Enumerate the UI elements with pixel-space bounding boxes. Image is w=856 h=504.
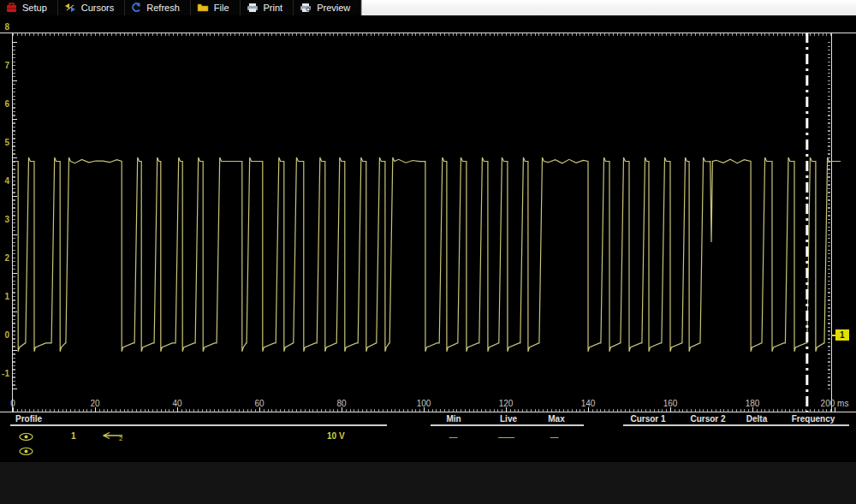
menubar-filler <box>361 0 856 15</box>
x-tick-label: 20 <box>90 399 99 408</box>
top-axis-minor-ticks <box>13 33 835 36</box>
menu-print-label: Print <box>264 3 283 13</box>
channel1-probe-icon[interactable]: 2 <box>103 430 125 445</box>
delta-header: Delta <box>746 414 767 424</box>
cursor1-header: Cursor 1 <box>630 414 665 424</box>
cursor2-header: Cursor 2 <box>690 414 725 424</box>
waveform-plot-area[interactable]: 876543210-1 020406080100120140160180200 … <box>0 15 856 400</box>
y-tick-label: 2 <box>0 253 9 263</box>
live-header: Live <box>500 414 517 424</box>
x-tick-label: 120 <box>499 399 514 408</box>
x-tick-label: 80 <box>336 399 346 408</box>
menu-cursors[interactable]: Cursors <box>58 0 126 15</box>
y-tick-label: -1 <box>0 369 9 378</box>
cursor-divider <box>623 424 849 426</box>
y-tick-label: 7 <box>0 61 9 70</box>
x-tick-label: 0 <box>10 399 15 408</box>
frequency-header: Frequency <box>792 414 835 424</box>
profile-divider <box>10 424 387 426</box>
menu-refresh-label: Refresh <box>146 3 180 13</box>
channel1-live-value: —— <box>498 432 514 442</box>
channel1-scale-value[interactable]: 10 V <box>327 431 345 441</box>
scope-app-window: Setup Cursors Refresh File Print <box>0 0 856 504</box>
right-axis-minor-ticks <box>828 42 830 389</box>
x-tick-label: 100 <box>417 399 431 408</box>
channel-1-badge[interactable]: 1 <box>835 329 849 341</box>
y-tick-label: 4 <box>0 176 9 186</box>
y-tick-label: 0 <box>0 330 9 340</box>
x-tick-label: 180 <box>746 399 760 408</box>
menu-setup-label: Setup <box>22 3 47 13</box>
playback-control-bar: 00:02:488 100 ms x2 <box>0 462 856 504</box>
y-axis-major-ticks <box>13 42 17 389</box>
channel1-eye-icon[interactable] <box>19 430 33 445</box>
y-tick-label: 5 <box>0 138 9 147</box>
menu-refresh[interactable]: Refresh <box>125 0 191 15</box>
x-tick-label: 40 <box>172 399 181 408</box>
measure-divider <box>431 424 584 426</box>
menu-setup[interactable]: Setup <box>0 0 58 15</box>
y-tick-label: 8 <box>0 22 9 32</box>
min-header: Min <box>446 414 461 424</box>
menu-file[interactable]: File <box>191 0 241 15</box>
file-folder-icon <box>197 3 209 13</box>
channel1-number: 1 <box>71 431 76 441</box>
y-tick-label: 3 <box>0 215 9 224</box>
results-panel: Profile Min Live Max Cursor 1 Cursor 2 D… <box>0 409 856 462</box>
menu-cursors-label: Cursors <box>81 3 115 13</box>
x-tick-label: 140 <box>581 399 596 408</box>
channel1-max-value: — <box>550 432 558 442</box>
y-tick-label: 6 <box>0 99 9 109</box>
menubar: Setup Cursors Refresh File Print <box>0 0 856 15</box>
menu-preview-label: Preview <box>317 3 350 13</box>
setup-icon <box>6 3 17 13</box>
profile-header: Profile <box>15 414 42 424</box>
x-tick-label: 160 <box>663 399 678 408</box>
channel1-min-value: — <box>449 432 457 442</box>
x-tick-label: 200 ms <box>821 399 849 408</box>
probe-invert-number: 2 <box>119 435 123 442</box>
y-tick-label: 1 <box>0 292 9 301</box>
right-axis-line <box>831 33 832 412</box>
x-tick-label: 60 <box>254 399 264 408</box>
channel2-eye-icon[interactable] <box>19 444 33 460</box>
menu-file-label: File <box>214 3 229 13</box>
cursors-icon <box>64 3 76 13</box>
refresh-icon <box>131 3 141 13</box>
max-header: Max <box>548 414 564 424</box>
menu-preview[interactable]: Preview <box>294 0 361 15</box>
menu-print[interactable]: Print <box>241 0 294 15</box>
print-icon <box>247 3 259 13</box>
preview-icon <box>300 3 312 13</box>
